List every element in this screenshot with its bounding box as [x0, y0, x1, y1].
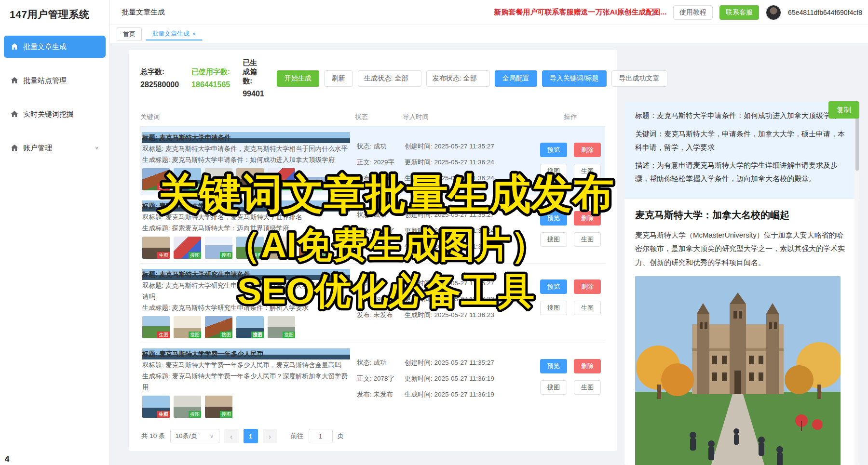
global-config-button[interactable]: 全局配置 [495, 70, 537, 87]
generate-image-button[interactable]: 生图 [574, 301, 601, 315]
article-thumbnail[interactable]: 生图 [142, 237, 170, 259]
article-body: 麦克马斯特大学：加拿大名校的崛起 麦克马斯特大学（McMasterUnivers… [624, 199, 859, 465]
article-subtitle: 双标题: 麦克马斯特大学研究生申请条件，麦克马斯特大学研究生容易申请吗 [142, 280, 350, 302]
status-text: 状态: 成功 [357, 141, 405, 152]
generate-image-button[interactable]: 生图 [574, 380, 601, 395]
pagination: 共 10 条 10条/页 ∨ ‹ 1 › 前往 页 [140, 422, 605, 444]
article-thumbnail[interactable]: 搜图 [236, 237, 264, 259]
article-thumbnail[interactable]: 搜图 [299, 168, 326, 190]
tab-batch-article[interactable]: 批量文章生成 × [146, 27, 203, 40]
sidebar-item-keyword-mining[interactable]: 实时关键词挖掘 [4, 103, 106, 125]
thumbnail-badge: 搜图 [251, 332, 264, 338]
article-thumbnail[interactable]: 搜图 [205, 168, 232, 190]
page-size-select[interactable]: 10条/页 ∨ [170, 429, 219, 443]
article-thumbnail[interactable]: 搜图 [268, 316, 295, 338]
delete-button[interactable]: 删除 [574, 359, 601, 373]
generate-image-button[interactable]: 生图 [574, 164, 601, 178]
chevron-down-icon: ∨ [210, 433, 214, 439]
status-cell: 状态: 成功 正文: 1988字 发布: 未发布 [357, 269, 405, 338]
contact-support-button[interactable]: 联系客服 [719, 5, 759, 20]
tab-home[interactable]: 首页 [117, 27, 142, 40]
close-icon[interactable]: × [192, 30, 196, 38]
sidebar-item-label: 账户管理 [23, 144, 52, 153]
article-thumbnail[interactable]: 搜图 [174, 168, 201, 190]
avatar[interactable] [766, 5, 781, 20]
sidebar-item-batch-article[interactable]: 批量文章生成 [4, 36, 106, 58]
updated-time: 更新时间: 2025-05-27 11:36:23 [405, 293, 538, 305]
thumbnail-badge: 搜图 [220, 411, 232, 418]
sidebar-menu: 批量文章生成 批量站点管理 实时关键词挖掘 账户管理 ∨ [0, 29, 109, 177]
article-thumbnail[interactable]: 搜图 [174, 237, 201, 259]
article-gen-title: 生成标题: 探索麦克马斯特大学：迈向世界顶级学府 [142, 223, 350, 234]
article-thumbnail[interactable]: 搜图 [236, 168, 264, 190]
preview-button[interactable]: 预览 [540, 359, 567, 373]
chevron-down-icon: ∨ [95, 145, 99, 150]
sidebar-item-account[interactable]: 账户管理 ∨ [4, 137, 106, 159]
search-image-button[interactable]: 搜图 [540, 164, 567, 178]
article-subtitle: 双标题: 麦克马斯特大学学费一年多少人民币，麦克马斯特含金量高吗 [142, 359, 350, 371]
publish-status: 发布: 未发布 [357, 241, 405, 252]
sidebar-item-batch-site[interactable]: 批量站点管理 [4, 69, 106, 92]
article-thumbnail[interactable]: 搜图 [205, 237, 232, 259]
article-subtitle: 双标题: 麦克马斯特大学排名，麦克马斯特大学世界排名 [142, 212, 350, 223]
col-status: 状态 [355, 113, 403, 121]
article-thumbnail[interactable]: 搜图 [236, 316, 264, 338]
next-page-button[interactable]: › [263, 429, 277, 443]
article-thumbnail[interactable]: 搜图 [174, 396, 201, 418]
table-row[interactable]: 标题: 麦克马斯特大学研究生申请条件 双标题: 麦克马斯特大学研究生申请条件，麦… [140, 264, 605, 343]
preview-button[interactable]: 预览 [540, 279, 567, 294]
created-time: 创建时间: 2025-05-27 11:35:27 [405, 209, 538, 220]
generated-time: 生成时间: 2025-05-27 11:36:24 [405, 173, 538, 184]
thumbnail-badge: 搜图 [283, 252, 295, 259]
article-thumbnail[interactable]: 搜图 [205, 396, 232, 418]
copy-button[interactable]: 复制 [828, 101, 859, 119]
article-thumbnail[interactable]: 生图 [142, 168, 170, 190]
goto-page-input[interactable] [309, 429, 333, 443]
current-page-button[interactable]: 1 [244, 429, 258, 443]
export-success-button[interactable]: 导出成功文章 [611, 70, 667, 87]
article-thumbnail[interactable]: 搜图 [268, 237, 295, 259]
row-actions: 预览 删除 搜图 生图 [538, 200, 603, 259]
app-title: 147用户管理系统 [0, 0, 109, 29]
preview-button[interactable]: 预览 [540, 211, 567, 226]
generated-time: 生成时间: 2025-05-27 11:36:19 [405, 389, 538, 400]
article-thumbnail[interactable]: 搜图 [205, 316, 232, 338]
article-thumbnail[interactable]: 搜图 [268, 168, 295, 190]
thumbnail-strip: 生图搜图搜图搜图搜图搜图 [142, 168, 350, 190]
generate-status-select[interactable]: 生成状态: 全部 [358, 70, 421, 87]
article-thumbnail[interactable]: 生图 [142, 396, 170, 418]
article-thumbnail[interactable]: 搜图 [299, 237, 326, 259]
publish-status-select[interactable]: 发布状态: 全部 [426, 70, 490, 87]
thumbnail-badge: 搜图 [314, 252, 326, 259]
table-row[interactable]: 标题: 麦克马斯特大学排名 双标题: 麦克马斯特大学排名，麦克马斯特大学世界排名… [140, 195, 605, 264]
refresh-button[interactable]: 刷新 [324, 70, 353, 87]
delete-button[interactable]: 删除 [574, 211, 601, 226]
home-icon [11, 77, 18, 84]
thumbnail-badge: 搜图 [283, 332, 295, 338]
import-keywords-button[interactable]: 导入关键词/标题 [542, 70, 607, 87]
delete-button[interactable]: 删除 [574, 279, 601, 294]
preview-button[interactable]: 预览 [540, 143, 567, 157]
article-gen-title: 生成标题: 麦克马斯特大学申请条件：如何成功进入加拿大顶级学府 [142, 154, 350, 165]
search-image-button[interactable]: 搜图 [540, 380, 567, 395]
delete-button[interactable]: 删除 [574, 143, 601, 157]
generate-image-button[interactable]: 生图 [574, 232, 601, 247]
tutorial-button[interactable]: 使用教程 [673, 5, 713, 20]
promo-notice[interactable]: 新购套餐用户可联系客服赠送一万张AI原创生成配图... [494, 8, 667, 17]
article-thumbnail[interactable]: 搜图 [174, 316, 201, 338]
search-image-button[interactable]: 搜图 [540, 232, 567, 247]
prev-page-button[interactable]: ‹ [224, 429, 239, 443]
article-gen-title: 生成标题: 麦克马斯特大学学费一年多少人民币？深度解析加拿大留学费用 [142, 371, 350, 393]
status-cell: 状态: 成功 正文: 1767字 发布: 未发布 [357, 200, 405, 259]
corner-text: 4 [5, 454, 9, 464]
article-preview-panel: 复制 标题：麦克马斯特大学申请条件：如何成功进入加拿大顶级学府 关键词：麦克马斯… [624, 101, 859, 465]
thumbnail-badge: 生图 [157, 411, 170, 418]
table-row[interactable]: 标题: 麦克马斯特大学申请条件 双标题: 麦克马斯特大学申请条件，麦克马斯特大学… [140, 127, 605, 195]
start-generate-button[interactable]: 开始生成 [277, 70, 319, 87]
table-row[interactable]: 标题: 麦克马斯特大学学费一年多少人民币 双标题: 麦克马斯特大学学费一年多少人… [140, 343, 605, 422]
page-suffix: 页 [338, 432, 344, 440]
row-actions: 预览 删除 搜图 生图 [538, 132, 603, 190]
article-thumbnail[interactable]: 生图 [142, 316, 170, 338]
home-icon [11, 110, 18, 118]
search-image-button[interactable]: 搜图 [540, 301, 567, 315]
